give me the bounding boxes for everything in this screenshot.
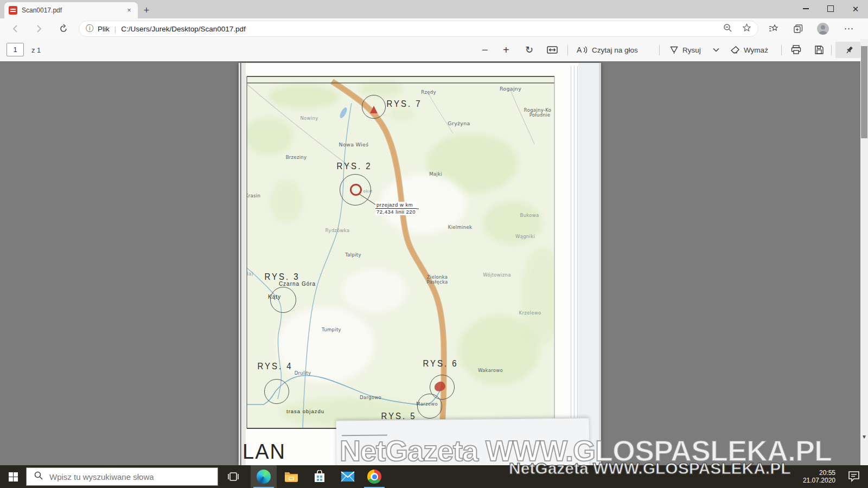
- page-number-input[interactable]: [7, 43, 24, 56]
- back-button[interactable]: [9, 22, 23, 36]
- scrollbar-down-arrow[interactable]: ▼: [860, 433, 868, 441]
- map-place-label: Tumpity: [322, 327, 341, 332]
- map-place-label: Bukowa: [520, 213, 539, 218]
- draw-button[interactable]: Rysuj: [666, 42, 704, 58]
- action-center-button[interactable]: [847, 470, 860, 485]
- tab-scan0017[interactable]: Scan0017.pdf ×: [4, 2, 138, 18]
- minimize-button[interactable]: [793, 0, 818, 17]
- profile-avatar[interactable]: [816, 22, 830, 36]
- figure-reference-label: RYS. 2: [336, 161, 372, 171]
- map-place-label: Krzelewo: [519, 310, 541, 316]
- taskbar-edge-button[interactable]: [251, 465, 277, 488]
- figure-reference-circle: [430, 375, 455, 400]
- close-button[interactable]: ✕: [843, 0, 868, 17]
- map-place-label: Krasin: [247, 193, 260, 198]
- save-button[interactable]: [811, 42, 827, 58]
- page-info-icon[interactable]: ⓘ: [86, 24, 93, 34]
- draw-options-chevron-icon[interactable]: [710, 42, 723, 58]
- address-separator: |: [114, 25, 116, 33]
- taskbar-search[interactable]: [26, 467, 218, 486]
- favorite-star-icon[interactable]: [742, 23, 751, 35]
- collections-icon[interactable]: [791, 22, 805, 36]
- tab-close-icon[interactable]: ×: [125, 6, 133, 15]
- zoom-out-button[interactable]: −: [478, 42, 492, 58]
- taskbar-file-explorer-button[interactable]: [278, 465, 304, 488]
- pin-toolbar-button[interactable]: [835, 42, 863, 58]
- maximize-button[interactable]: [818, 0, 843, 17]
- map-place-label: Południe: [529, 112, 551, 118]
- map-place-label: Rydzówka: [326, 228, 350, 233]
- page-count-label: z 1: [31, 46, 41, 54]
- paper-edge-line: [571, 66, 571, 465]
- erase-button[interactable]: Wymaż: [727, 42, 771, 58]
- taskbar-clock[interactable]: 20:55 21.07.2020: [803, 465, 835, 488]
- pdf-viewer-canvas[interactable]: RzędyRogajnyRogajny-KoPołudnieGryżynaNow…: [0, 61, 868, 465]
- task-view-button[interactable]: [220, 465, 246, 488]
- taskbar-mail-button[interactable]: [335, 465, 361, 488]
- figure-reference-label: RYS. 4: [257, 361, 292, 371]
- paper-edge-line: [577, 66, 578, 465]
- store-icon: [314, 470, 326, 483]
- map-place-label: Brzeziny: [286, 155, 307, 160]
- map-place-label: Nowiny: [300, 115, 318, 121]
- address-url: C:/Users/Jurek/Desktop/Scan0017.pdf: [121, 25, 723, 33]
- map-place-label: Pasłęcka: [426, 279, 448, 285]
- search-input[interactable]: [48, 472, 218, 482]
- paper-edge-line: [574, 66, 575, 465]
- page-corner-text: LAN: [242, 440, 286, 464]
- fit-to-page-button[interactable]: [544, 42, 561, 58]
- window-controls: ✕: [793, 0, 868, 17]
- figure-reference-label: RYS. 7: [386, 99, 422, 108]
- crossing-note: przejazd w km 72,434 linii 220: [375, 202, 417, 215]
- tab-strip: Scan0017.pdf × + ✕: [0, 0, 868, 18]
- figure-reference-label: RYS. 3: [264, 272, 299, 281]
- tray-date: 21.07.2020: [803, 477, 835, 484]
- map-place-label: Wągniki: [515, 234, 535, 239]
- file-explorer-icon: [284, 471, 298, 483]
- paper-edge-strip: [578, 63, 599, 465]
- taskbar-store-button[interactable]: [307, 465, 333, 488]
- new-tab-button[interactable]: +: [140, 4, 153, 17]
- map-place-label: Wójtowizna: [483, 272, 510, 278]
- toolbar-separator: [781, 45, 782, 55]
- map-place-label: Nowa Wieś: [339, 142, 369, 147]
- favorites-bar-icon[interactable]: [766, 22, 780, 36]
- map-place-label: Talpity: [345, 252, 361, 258]
- zoom-in-button[interactable]: +: [500, 42, 513, 58]
- detour-route-label: trasa objazdu: [286, 408, 324, 414]
- windows-logo-icon: [9, 472, 18, 481]
- chrome-icon: [367, 470, 381, 484]
- forward-button[interactable]: [31, 22, 46, 36]
- pdf-file-icon: [9, 6, 17, 15]
- vertical-scrollbar[interactable]: ▼: [860, 39, 868, 465]
- search-icon: [34, 471, 43, 482]
- navigation-bar: ⓘ Plik | C:/Users/Jurek/Desktop/Scan0017…: [0, 18, 868, 40]
- figure-reference-circle: [270, 287, 296, 313]
- watermark-small: NetGazeta WWW.GLOSPASLEKA.PL: [509, 459, 790, 478]
- pdf-toolbar: z 1 − + ↻ A Czytaj na głos Rysuj Wymaż: [0, 39, 868, 62]
- red-crossing-marker: [350, 184, 362, 196]
- tray-time: 20:55: [819, 469, 835, 477]
- map-place-label: (osada): [247, 271, 253, 277]
- file-scheme-label: Plik: [98, 25, 110, 33]
- zoom-indicator-icon[interactable]: [723, 23, 732, 35]
- taskbar-chrome-button[interactable]: [361, 465, 387, 488]
- print-button[interactable]: [788, 42, 805, 58]
- refresh-button[interactable]: [56, 22, 71, 36]
- map-place-label: Gryżyna: [448, 120, 470, 126]
- edge-browser-window: Scan0017.pdf × + ✕ ⓘ Plik | C:/Users/Jur…: [0, 0, 868, 488]
- rotate-button[interactable]: ↻: [522, 42, 537, 58]
- toolbar-separator: [567, 45, 568, 55]
- map-place-labels: RzędyRogajnyRogajny-KoPołudnieGryżynaNow…: [247, 76, 554, 428]
- paper-edge-shadow: [599, 63, 601, 465]
- figure-reference-label: RYS. 6: [423, 358, 458, 368]
- address-bar[interactable]: ⓘ Plik | C:/Users/Jurek/Desktop/Scan0017…: [79, 21, 758, 37]
- scrollbar-thumb[interactable]: [861, 46, 867, 138]
- map-place-label: Majki: [429, 171, 442, 177]
- svg-text:A: A: [577, 46, 582, 54]
- figure-reference-circle: [264, 379, 289, 404]
- tab-title: Scan0017.pdf: [22, 7, 125, 14]
- browser-menu-icon[interactable]: ⋯: [842, 22, 856, 36]
- read-aloud-button[interactable]: A Czytaj na głos: [573, 42, 641, 58]
- start-button[interactable]: [0, 465, 26, 488]
